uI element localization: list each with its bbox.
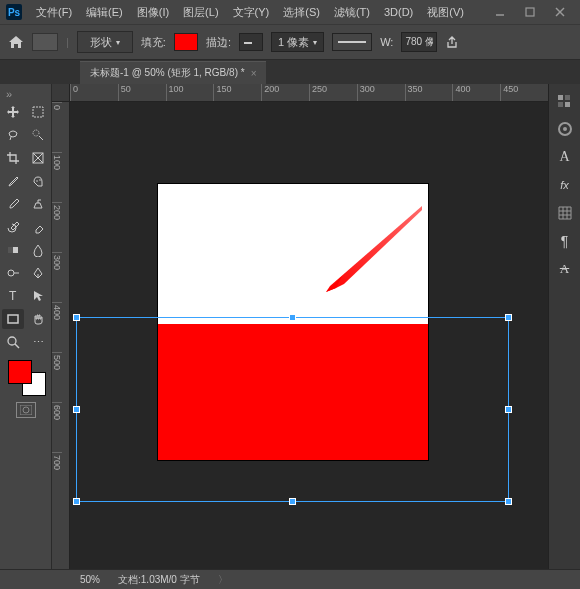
right-panel-strip: A fx ¶ A: [548, 84, 580, 569]
shape-mode-label: 形状: [90, 35, 112, 50]
width-field[interactable]: [401, 32, 437, 52]
canvas-area[interactable]: 050100150200250300350400450 010020030040…: [52, 84, 548, 569]
ruler-origin[interactable]: [52, 84, 70, 102]
transform-handle[interactable]: [73, 498, 80, 505]
lasso-tool[interactable]: [2, 125, 24, 145]
status-bar: 50% 文档:1.03M/0 字节 〉: [0, 569, 580, 589]
transform-handle[interactable]: [289, 314, 296, 321]
svg-point-9: [36, 180, 38, 182]
document-tab-title: 未标题-1 @ 50% (矩形 1, RGB/8) *: [90, 66, 245, 80]
fill-label: 填充:: [141, 35, 166, 50]
minimize-button[interactable]: [486, 2, 514, 22]
menu-edit[interactable]: 编辑(E): [80, 2, 129, 23]
gradient-tool[interactable]: [2, 240, 24, 260]
glyphs-icon[interactable]: A: [556, 260, 574, 278]
marquee-tool[interactable]: [27, 102, 49, 122]
document-tab[interactable]: 未标题-1 @ 50% (矩形 1, RGB/8) * ×: [80, 61, 266, 84]
svg-line-17: [15, 344, 19, 348]
type-tool[interactable]: T: [2, 286, 24, 306]
close-button[interactable]: [546, 2, 574, 22]
svg-rect-23: [565, 102, 570, 107]
svg-rect-12: [8, 247, 13, 253]
fill-swatch[interactable]: [174, 33, 198, 51]
menu-filter[interactable]: 滤镜(T): [328, 2, 376, 23]
menu-image[interactable]: 图像(I): [131, 2, 175, 23]
brush-tool[interactable]: [2, 194, 24, 214]
history-brush-tool[interactable]: [2, 217, 24, 237]
svg-rect-22: [558, 102, 563, 107]
svg-point-16: [8, 337, 16, 345]
quick-select-tool[interactable]: [27, 125, 49, 145]
close-tab-icon[interactable]: ×: [251, 68, 257, 79]
svg-point-5: [33, 130, 39, 136]
zoom-level[interactable]: 50%: [80, 574, 100, 585]
eraser-tool[interactable]: [27, 217, 49, 237]
transform-handle[interactable]: [73, 406, 80, 413]
toolbox: » T ⋯: [0, 84, 52, 569]
swatches-icon[interactable]: [556, 92, 574, 110]
transform-handle[interactable]: [289, 498, 296, 505]
svg-point-10: [39, 179, 41, 181]
width-label: W:: [380, 36, 393, 48]
svg-text:T: T: [9, 289, 17, 303]
menu-file[interactable]: 文件(F): [30, 2, 78, 23]
status-chevron-icon[interactable]: 〉: [218, 573, 228, 587]
app-icon: Ps: [6, 4, 22, 20]
path-select-tool[interactable]: [27, 286, 49, 306]
rectangle-tool[interactable]: [2, 309, 24, 329]
heal-tool[interactable]: [27, 171, 49, 191]
menu-layer[interactable]: 图层(L): [177, 2, 224, 23]
svg-rect-4: [33, 107, 43, 117]
menu-select[interactable]: 选择(S): [277, 2, 326, 23]
home-icon[interactable]: [8, 35, 24, 49]
quick-mask-toggle[interactable]: [16, 402, 36, 418]
pen-tool[interactable]: [27, 263, 49, 283]
blur-tool[interactable]: [27, 240, 49, 260]
stroke-swatch[interactable]: [239, 33, 263, 51]
svg-point-13: [8, 270, 14, 276]
svg-rect-15: [8, 315, 18, 323]
ruler-vertical[interactable]: 0100200300400500600700: [52, 102, 70, 569]
dodge-tool[interactable]: [2, 263, 24, 283]
svg-rect-20: [558, 95, 563, 100]
svg-rect-21: [565, 95, 570, 100]
svg-point-25: [563, 127, 567, 131]
doc-info[interactable]: 文档:1.03M/0 字节: [118, 573, 200, 587]
color-swatches[interactable]: [6, 358, 46, 396]
transform-handle[interactable]: [505, 406, 512, 413]
options-bar: | 形状▾ 填充: 描边: 1 像素▾ W:: [0, 24, 580, 60]
eyedropper-tool[interactable]: [2, 171, 24, 191]
foreground-color[interactable]: [8, 360, 32, 384]
stroke-label: 描边:: [206, 35, 231, 50]
pilcrow-icon[interactable]: ¶: [556, 232, 574, 250]
document-tab-strip: 未标题-1 @ 50% (矩形 1, RGB/8) * ×: [0, 60, 580, 84]
zoom-tool[interactable]: [2, 332, 24, 352]
hand-tool[interactable]: [27, 309, 49, 329]
tool-preset-swatch[interactable]: [32, 33, 58, 51]
fx-icon[interactable]: fx: [556, 176, 574, 194]
edit-toolbar[interactable]: ⋯: [27, 332, 49, 352]
frame-tool[interactable]: [27, 148, 49, 168]
share-icon[interactable]: [445, 35, 459, 49]
svg-point-19: [23, 407, 29, 413]
grid-icon[interactable]: [556, 204, 574, 222]
menu-view[interactable]: 视图(V): [421, 2, 470, 23]
clone-stamp-tool[interactable]: [27, 194, 49, 214]
ruler-horizontal[interactable]: 050100150200250300350400450: [70, 84, 548, 102]
menu-type[interactable]: 文字(Y): [227, 2, 276, 23]
transform-bounding-box[interactable]: [76, 317, 509, 502]
transform-handle[interactable]: [505, 314, 512, 321]
expand-toolbox-icon[interactable]: »: [6, 88, 18, 100]
shape-mode-dropdown[interactable]: 形状▾: [77, 31, 133, 53]
menu-3d[interactable]: 3D(D): [378, 3, 419, 21]
move-tool[interactable]: [2, 102, 24, 122]
maximize-button[interactable]: [516, 2, 544, 22]
color-wheel-icon[interactable]: [556, 120, 574, 138]
stroke-width-value: 1 像素: [278, 35, 309, 50]
stroke-width-dropdown[interactable]: 1 像素▾: [271, 32, 324, 52]
crop-tool[interactable]: [2, 148, 24, 168]
transform-handle[interactable]: [73, 314, 80, 321]
character-icon[interactable]: A: [556, 148, 574, 166]
transform-handle[interactable]: [505, 498, 512, 505]
stroke-style-dropdown[interactable]: [332, 33, 372, 51]
